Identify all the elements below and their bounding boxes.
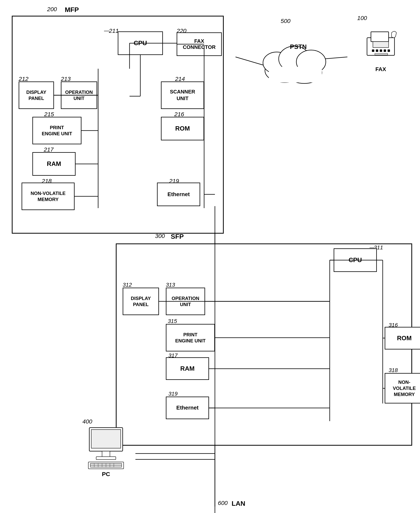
mfp-scanner-num: 214 xyxy=(175,75,185,82)
mfp-rom-num: 216 xyxy=(174,111,184,118)
mfp-non-volatile-box: NON-VOLATILEMEMORY xyxy=(22,183,75,210)
svg-rect-40 xyxy=(371,32,389,42)
mfp-label-name: MFP xyxy=(65,6,79,14)
mfp-print-num: 215 xyxy=(44,111,54,118)
sfp-nvm-num: 318 xyxy=(389,367,398,373)
svg-rect-44 xyxy=(380,49,382,52)
sfp-eth-num: 319 xyxy=(168,391,178,397)
sfp-display-num: 312 xyxy=(123,282,132,288)
mfp-display-panel-box: DISPLAYPANEL xyxy=(19,82,54,109)
sfp-label-num: 300 xyxy=(155,233,165,239)
pc-num: 400 xyxy=(82,418,92,425)
diagram: 200 MFP 211 — CPU 220 FAXCONNECTOR 212 D… xyxy=(0,0,420,513)
mfp-label-num: 200 xyxy=(47,6,57,13)
mfp-ram-box: RAM xyxy=(32,152,75,176)
mfp-op-num: 213 xyxy=(61,75,71,82)
svg-rect-43 xyxy=(376,49,378,52)
svg-rect-45 xyxy=(384,49,386,52)
mfp-rom-box: ROM xyxy=(161,117,204,140)
fax-label: FAX xyxy=(375,66,386,72)
sfp-display-panel-box: DISPLAYPANEL xyxy=(123,288,159,315)
sfp-print-engine-box: PRINTENGINE UNIT xyxy=(166,324,215,351)
sfp-rom-box: ROM xyxy=(385,327,420,349)
mfp-cpu-box: CPU xyxy=(118,31,163,55)
lan-num: 600 xyxy=(218,500,228,506)
mfp-scanner-unit-box: SCANNERUNIT xyxy=(161,82,204,109)
svg-rect-50 xyxy=(102,451,110,457)
mfp-ram-num: 217 xyxy=(44,146,53,153)
svg-rect-38 xyxy=(269,67,322,83)
pc-label: PC xyxy=(102,471,110,477)
svg-rect-42 xyxy=(372,49,374,52)
svg-rect-41 xyxy=(373,42,389,47)
lan-label: LAN xyxy=(232,500,245,507)
sfp-ram-box: RAM xyxy=(166,357,209,380)
svg-rect-51 xyxy=(96,457,116,460)
pstn-cloud xyxy=(259,25,330,86)
svg-rect-49 xyxy=(91,430,121,448)
sfp-ethernet-box: Ethernet xyxy=(166,397,209,419)
sfp-container xyxy=(116,243,412,446)
mfp-display-num: 212 xyxy=(19,75,29,82)
sfp-op-num: 313 xyxy=(166,282,175,288)
fax-device: FAX xyxy=(355,20,406,79)
mfp-cpu-num: 211 xyxy=(109,28,119,34)
sfp-print-num: 315 xyxy=(168,318,177,324)
pc-device: PC xyxy=(78,422,134,481)
svg-rect-46 xyxy=(388,49,390,52)
pstn-num: 500 xyxy=(281,18,291,24)
mfp-print-engine-box: PRINTENGINE UNIT xyxy=(32,117,82,144)
svg-rect-47 xyxy=(375,53,388,55)
sfp-non-volatile-box: NON-VOLATILEMEMORY xyxy=(385,373,420,403)
sfp-operation-unit-box: OPERATIONUNIT xyxy=(166,288,205,315)
mfp-ethernet-box: Ethernet xyxy=(157,183,200,206)
mfp-fax-connector-box: FAXCONNECTOR xyxy=(177,32,222,56)
sfp-cpu-box: CPU xyxy=(334,248,377,272)
mfp-operation-unit-box: OPERATIONUNIT xyxy=(61,82,97,109)
sfp-label-name: SFP xyxy=(171,233,184,240)
fax-num: 100 xyxy=(357,15,367,21)
pstn-label: PSTN xyxy=(279,43,318,51)
